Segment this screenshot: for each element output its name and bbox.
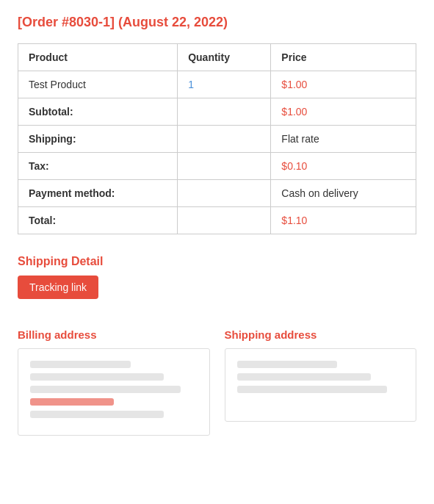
page-title: [Order #8030-1] (August 22, 2022) [18, 15, 416, 30]
tracking-link-button[interactable]: Tracking link [18, 276, 98, 299]
billing-address-column: Billing address [18, 328, 210, 436]
subtotal-row: Subtotal: $1.00 [18, 98, 416, 126]
shipping-line-1 [237, 361, 338, 368]
subtotal-label: Subtotal: [18, 98, 178, 126]
product-price: $1.00 [271, 71, 416, 98]
shipping-value: Flat rate [271, 126, 416, 153]
shipping-detail-section: Shipping Detail Tracking link [18, 255, 416, 314]
billing-address-title: Billing address [18, 328, 210, 341]
col-header-price: Price [271, 44, 416, 71]
shipping-address-column: Shipping address [225, 328, 417, 436]
billing-line-2 [30, 373, 164, 381]
product-name: Test Product [18, 71, 178, 98]
billing-address-card [18, 348, 210, 436]
shipping-label: Shipping: [18, 126, 178, 153]
shipping-line-2 [237, 373, 371, 381]
billing-line-4 [30, 398, 114, 406]
shipping-line-3 [237, 386, 388, 393]
payment-value: Cash on delivery [271, 180, 416, 207]
shipping-row: Shipping: Flat rate [18, 126, 416, 153]
subtotal-value: $1.00 [271, 98, 416, 126]
tax-row: Tax: $0.10 [18, 153, 416, 180]
tax-label: Tax: [18, 153, 178, 180]
billing-line-5 [30, 411, 164, 418]
col-header-quantity: Quantity [178, 44, 271, 71]
shipping-address-card [225, 348, 417, 422]
shipping-address-title: Shipping address [225, 328, 417, 341]
product-quantity: 1 [178, 71, 271, 98]
total-row: Total: $1.10 [18, 207, 416, 234]
billing-line-1 [30, 361, 131, 368]
total-label: Total: [18, 207, 178, 234]
total-value: $1.10 [271, 207, 416, 234]
order-table: Product Quantity Price Test Product 1 $1… [18, 43, 416, 234]
billing-line-3 [30, 386, 181, 393]
col-header-product: Product [18, 44, 178, 71]
product-row: Test Product 1 $1.00 [18, 71, 416, 98]
payment-label: Payment method: [18, 180, 178, 207]
tax-value: $0.10 [271, 153, 416, 180]
payment-row: Payment method: Cash on delivery [18, 180, 416, 207]
address-section: Billing address Shipping address [18, 328, 416, 436]
shipping-detail-title: Shipping Detail [18, 255, 416, 268]
